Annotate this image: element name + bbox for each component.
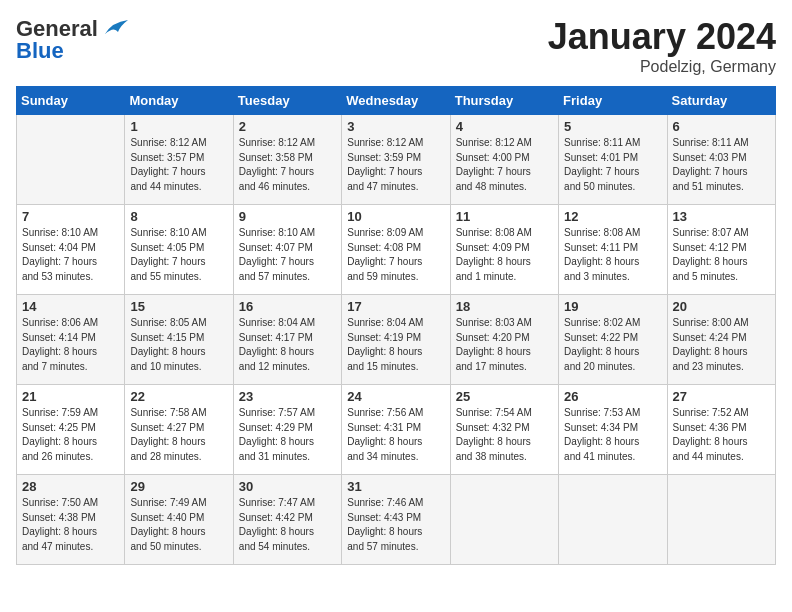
calendar-cell: 29Sunrise: 7:49 AM Sunset: 4:40 PM Dayli… xyxy=(125,475,233,565)
header-sunday: Sunday xyxy=(17,87,125,115)
calendar-cell: 6Sunrise: 8:11 AM Sunset: 4:03 PM Daylig… xyxy=(667,115,775,205)
day-number: 31 xyxy=(347,479,444,494)
calendar-week-3: 14Sunrise: 8:06 AM Sunset: 4:14 PM Dayli… xyxy=(17,295,776,385)
day-info: Sunrise: 7:46 AM Sunset: 4:43 PM Dayligh… xyxy=(347,496,444,554)
day-info: Sunrise: 8:12 AM Sunset: 3:58 PM Dayligh… xyxy=(239,136,336,194)
calendar-cell: 3Sunrise: 8:12 AM Sunset: 3:59 PM Daylig… xyxy=(342,115,450,205)
calendar-week-1: 1Sunrise: 8:12 AM Sunset: 3:57 PM Daylig… xyxy=(17,115,776,205)
day-number: 22 xyxy=(130,389,227,404)
calendar-cell xyxy=(559,475,667,565)
calendar-cell: 1Sunrise: 8:12 AM Sunset: 3:57 PM Daylig… xyxy=(125,115,233,205)
location: Podelzig, Germany xyxy=(548,58,776,76)
day-info: Sunrise: 7:56 AM Sunset: 4:31 PM Dayligh… xyxy=(347,406,444,464)
calendar-cell: 20Sunrise: 8:00 AM Sunset: 4:24 PM Dayli… xyxy=(667,295,775,385)
calendar-header-row: SundayMondayTuesdayWednesdayThursdayFrid… xyxy=(17,87,776,115)
day-info: Sunrise: 8:12 AM Sunset: 3:59 PM Dayligh… xyxy=(347,136,444,194)
logo: General Blue xyxy=(16,16,130,64)
day-number: 4 xyxy=(456,119,553,134)
calendar-cell: 11Sunrise: 8:08 AM Sunset: 4:09 PM Dayli… xyxy=(450,205,558,295)
day-number: 29 xyxy=(130,479,227,494)
page-header: General Blue January 2024 Podelzig, Germ… xyxy=(16,16,776,76)
day-number: 30 xyxy=(239,479,336,494)
day-number: 21 xyxy=(22,389,119,404)
day-number: 26 xyxy=(564,389,661,404)
day-info: Sunrise: 8:04 AM Sunset: 4:19 PM Dayligh… xyxy=(347,316,444,374)
calendar-week-2: 7Sunrise: 8:10 AM Sunset: 4:04 PM Daylig… xyxy=(17,205,776,295)
day-info: Sunrise: 8:05 AM Sunset: 4:15 PM Dayligh… xyxy=(130,316,227,374)
calendar-cell: 9Sunrise: 8:10 AM Sunset: 4:07 PM Daylig… xyxy=(233,205,341,295)
header-monday: Monday xyxy=(125,87,233,115)
header-friday: Friday xyxy=(559,87,667,115)
day-number: 2 xyxy=(239,119,336,134)
calendar-cell: 25Sunrise: 7:54 AM Sunset: 4:32 PM Dayli… xyxy=(450,385,558,475)
logo-blue-text: Blue xyxy=(16,38,64,64)
calendar-cell: 21Sunrise: 7:59 AM Sunset: 4:25 PM Dayli… xyxy=(17,385,125,475)
calendar-table: SundayMondayTuesdayWednesdayThursdayFrid… xyxy=(16,86,776,565)
day-number: 16 xyxy=(239,299,336,314)
day-info: Sunrise: 8:10 AM Sunset: 4:05 PM Dayligh… xyxy=(130,226,227,284)
day-number: 12 xyxy=(564,209,661,224)
calendar-week-4: 21Sunrise: 7:59 AM Sunset: 4:25 PM Dayli… xyxy=(17,385,776,475)
day-info: Sunrise: 8:07 AM Sunset: 4:12 PM Dayligh… xyxy=(673,226,770,284)
day-info: Sunrise: 8:11 AM Sunset: 4:01 PM Dayligh… xyxy=(564,136,661,194)
day-info: Sunrise: 8:10 AM Sunset: 4:04 PM Dayligh… xyxy=(22,226,119,284)
calendar-cell: 16Sunrise: 8:04 AM Sunset: 4:17 PM Dayli… xyxy=(233,295,341,385)
calendar-cell: 4Sunrise: 8:12 AM Sunset: 4:00 PM Daylig… xyxy=(450,115,558,205)
calendar-cell: 8Sunrise: 8:10 AM Sunset: 4:05 PM Daylig… xyxy=(125,205,233,295)
day-number: 24 xyxy=(347,389,444,404)
day-number: 1 xyxy=(130,119,227,134)
day-info: Sunrise: 8:08 AM Sunset: 4:09 PM Dayligh… xyxy=(456,226,553,284)
day-number: 23 xyxy=(239,389,336,404)
calendar-cell: 12Sunrise: 8:08 AM Sunset: 4:11 PM Dayli… xyxy=(559,205,667,295)
day-number: 11 xyxy=(456,209,553,224)
calendar-cell xyxy=(667,475,775,565)
day-info: Sunrise: 8:03 AM Sunset: 4:20 PM Dayligh… xyxy=(456,316,553,374)
calendar-cell: 28Sunrise: 7:50 AM Sunset: 4:38 PM Dayli… xyxy=(17,475,125,565)
month-title: January 2024 xyxy=(548,16,776,58)
day-info: Sunrise: 7:57 AM Sunset: 4:29 PM Dayligh… xyxy=(239,406,336,464)
title-block: January 2024 Podelzig, Germany xyxy=(548,16,776,76)
day-info: Sunrise: 8:11 AM Sunset: 4:03 PM Dayligh… xyxy=(673,136,770,194)
day-info: Sunrise: 8:06 AM Sunset: 4:14 PM Dayligh… xyxy=(22,316,119,374)
calendar-cell: 14Sunrise: 8:06 AM Sunset: 4:14 PM Dayli… xyxy=(17,295,125,385)
day-number: 8 xyxy=(130,209,227,224)
day-info: Sunrise: 8:12 AM Sunset: 3:57 PM Dayligh… xyxy=(130,136,227,194)
day-number: 5 xyxy=(564,119,661,134)
day-info: Sunrise: 8:04 AM Sunset: 4:17 PM Dayligh… xyxy=(239,316,336,374)
day-info: Sunrise: 8:08 AM Sunset: 4:11 PM Dayligh… xyxy=(564,226,661,284)
calendar-cell: 19Sunrise: 8:02 AM Sunset: 4:22 PM Dayli… xyxy=(559,295,667,385)
day-number: 27 xyxy=(673,389,770,404)
day-number: 25 xyxy=(456,389,553,404)
calendar-cell: 7Sunrise: 8:10 AM Sunset: 4:04 PM Daylig… xyxy=(17,205,125,295)
day-info: Sunrise: 7:53 AM Sunset: 4:34 PM Dayligh… xyxy=(564,406,661,464)
day-info: Sunrise: 7:50 AM Sunset: 4:38 PM Dayligh… xyxy=(22,496,119,554)
calendar-cell: 15Sunrise: 8:05 AM Sunset: 4:15 PM Dayli… xyxy=(125,295,233,385)
day-number: 9 xyxy=(239,209,336,224)
day-number: 6 xyxy=(673,119,770,134)
day-number: 14 xyxy=(22,299,119,314)
day-number: 13 xyxy=(673,209,770,224)
calendar-cell xyxy=(450,475,558,565)
header-saturday: Saturday xyxy=(667,87,775,115)
day-number: 20 xyxy=(673,299,770,314)
day-number: 28 xyxy=(22,479,119,494)
day-number: 19 xyxy=(564,299,661,314)
calendar-cell: 30Sunrise: 7:47 AM Sunset: 4:42 PM Dayli… xyxy=(233,475,341,565)
day-info: Sunrise: 8:10 AM Sunset: 4:07 PM Dayligh… xyxy=(239,226,336,284)
day-number: 15 xyxy=(130,299,227,314)
day-number: 7 xyxy=(22,209,119,224)
calendar-cell xyxy=(17,115,125,205)
day-info: Sunrise: 7:52 AM Sunset: 4:36 PM Dayligh… xyxy=(673,406,770,464)
day-info: Sunrise: 7:47 AM Sunset: 4:42 PM Dayligh… xyxy=(239,496,336,554)
header-thursday: Thursday xyxy=(450,87,558,115)
day-number: 3 xyxy=(347,119,444,134)
day-info: Sunrise: 7:58 AM Sunset: 4:27 PM Dayligh… xyxy=(130,406,227,464)
day-info: Sunrise: 7:54 AM Sunset: 4:32 PM Dayligh… xyxy=(456,406,553,464)
calendar-cell: 10Sunrise: 8:09 AM Sunset: 4:08 PM Dayli… xyxy=(342,205,450,295)
day-info: Sunrise: 7:59 AM Sunset: 4:25 PM Dayligh… xyxy=(22,406,119,464)
calendar-cell: 13Sunrise: 8:07 AM Sunset: 4:12 PM Dayli… xyxy=(667,205,775,295)
day-info: Sunrise: 8:00 AM Sunset: 4:24 PM Dayligh… xyxy=(673,316,770,374)
day-number: 10 xyxy=(347,209,444,224)
day-info: Sunrise: 7:49 AM Sunset: 4:40 PM Dayligh… xyxy=(130,496,227,554)
day-number: 17 xyxy=(347,299,444,314)
